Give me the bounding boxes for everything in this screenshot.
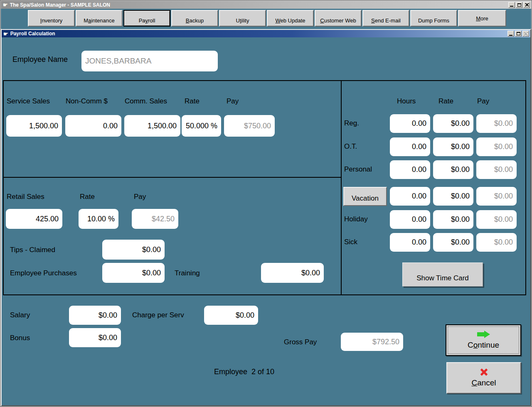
ot-label: O.T. [344,142,357,151]
charge-per-serv-label: Charge per Serv [132,311,184,319]
dialog-maximize-button[interactable] [515,31,522,37]
service-sales-field[interactable]: 1,500.00 [6,115,62,137]
green-arrow-icon [477,331,490,338]
holiday-rate-field[interactable]: $0.00 [433,210,473,229]
panel-divider-vertical [341,80,342,295]
charge-per-serv-field[interactable]: $0.00 [204,306,258,325]
toolbar-button-payroll[interactable]: Payroll [123,10,170,27]
dialog-minimize-button[interactable] [507,31,514,37]
reg-rate-field[interactable]: $0.00 [433,114,473,133]
salary-field[interactable]: $0.00 [69,306,121,325]
close-icon [524,32,528,36]
app-title: The Spa/Salon Manager - SAMPLE SALON [10,2,110,8]
show-time-card-button[interactable]: Show Time Card [402,262,483,287]
dialog-title: Payroll Calculation [10,31,55,37]
employee-name-label: Employee Name [12,55,68,64]
vacation-hours-field[interactable]: 0.00 [390,187,430,206]
comm-pay-field: $750.00 [224,115,275,137]
continue-button[interactable]: Continue [446,324,521,356]
toolbar: Inventory Maintenance Payroll Backup Uti… [1,9,531,29]
minimize-icon [510,6,513,7]
personal-pay-field: $0.00 [476,160,517,179]
maximize-icon [517,3,521,7]
dialog-window-controls [507,31,530,37]
salary-label: Salary [10,311,30,319]
toolbar-button-utility[interactable]: Utility [219,10,266,27]
personal-hours-field[interactable]: 0.00 [390,160,430,179]
dialog-titlebar[interactable]: ☛ Payroll Calculation [2,30,530,37]
maximize-button[interactable] [516,2,522,8]
service-sales-header: Service Sales [7,97,50,105]
retail-sales-field[interactable]: 425.00 [6,209,62,229]
window-controls [508,2,531,8]
reg-pay-field: $0.00 [476,114,517,133]
close-icon [525,3,529,7]
comm-rate-header: Rate [185,97,200,105]
app-titlebar[interactable]: ☛ The Spa/Salon Manager - SAMPLE SALON [1,1,531,9]
retail-pay-header: Pay [134,193,146,201]
holiday-pay-field: $0.00 [476,210,517,229]
cancel-button[interactable]: Cancel [446,362,521,394]
reg-label: Reg. [344,119,359,127]
sick-label: Sick [344,238,357,246]
toolbar-button-web-update[interactable]: Web Update [267,10,314,27]
retail-sales-header: Retail Sales [7,193,44,201]
comm-sales-header: Comm. Sales [125,97,179,105]
bonus-label: Bonus [10,334,30,342]
dialog-content: Employee Name JONES,BARBARA Service Sale… [2,37,530,405]
red-x-icon [480,368,488,376]
vacation-pay-field: $0.00 [476,187,517,206]
toolbar-button-customer-web[interactable]: Customer Web [315,10,362,27]
toolbar-button-maintenance[interactable]: Maintenance [76,10,123,27]
reg-hours-field[interactable]: 0.00 [390,114,430,133]
personal-rate-field[interactable]: $0.00 [433,160,473,179]
minimize-icon [509,35,512,36]
employee-purchases-label: Employee Purchases [10,269,77,277]
gross-pay-field: $792.50 [341,333,403,351]
sick-pay-field: $0.00 [476,233,517,252]
employee-name-field: JONES,BARBARA [81,51,218,71]
comm-rate-field[interactable]: 50.000 % [182,115,221,137]
holiday-hours-field[interactable]: 0.00 [390,210,430,229]
toolbar-button-more[interactable]: More [458,10,506,27]
bonus-field[interactable]: $0.00 [69,328,121,347]
close-button[interactable] [523,2,530,8]
ot-rate-field[interactable]: $0.00 [433,137,473,156]
maximize-icon [517,32,520,35]
training-label: Training [175,269,200,277]
toolbar-button-dump-forms[interactable]: Dump Forms [410,10,457,27]
employee-counter: Employee 2 of 10 [214,368,274,376]
retail-pay-field: $42.50 [132,209,178,229]
ot-hours-field[interactable]: 0.00 [390,137,430,156]
app-icon: ☛ [3,2,8,7]
hours-header: Hours [397,97,416,105]
non-comm-header: Non-Comm $ [66,97,108,105]
toolbar-button-send-email[interactable]: Send E-mail [362,10,409,27]
gross-pay-label: Gross Pay [284,338,317,346]
non-comm-field[interactable]: 0.00 [65,115,121,137]
payroll-dialog: ☛ Payroll Calculation Employee Name JONE… [1,29,531,406]
vacation-button[interactable]: Vacation [343,187,387,206]
training-field[interactable]: $0.00 [261,263,324,283]
minimize-button[interactable] [508,2,515,8]
ot-pay-field: $0.00 [476,137,517,156]
holiday-label: Holiday [344,215,368,223]
app-window: ☛ The Spa/Salon Manager - SAMPLE SALON I… [0,0,532,407]
sick-hours-field[interactable]: 0.00 [390,233,430,252]
dialog-close-button [522,31,529,37]
retail-rate-header: Rate [80,193,95,201]
employee-purchases-field[interactable]: $0.00 [102,263,165,283]
panel-divider-horizontal [3,177,342,178]
personal-label: Personal [344,165,372,174]
toolbar-button-backup[interactable]: Backup [171,10,218,27]
vacation-rate-field[interactable]: $0.00 [433,187,473,206]
comm-pay-header: Pay [227,97,239,105]
retail-rate-field[interactable]: 10.00 % [79,209,118,229]
tips-claimed-label: Tips - Claimed [10,246,55,254]
dialog-icon: ☛ [3,31,8,37]
toolbar-button-inventory[interactable]: Inventory [28,10,75,27]
sick-rate-field[interactable]: $0.00 [433,233,473,252]
tips-claimed-field[interactable]: $0.00 [102,240,165,260]
rate-header: Rate [438,97,453,105]
comm-sales-field[interactable]: 1,500.00 [124,115,180,137]
